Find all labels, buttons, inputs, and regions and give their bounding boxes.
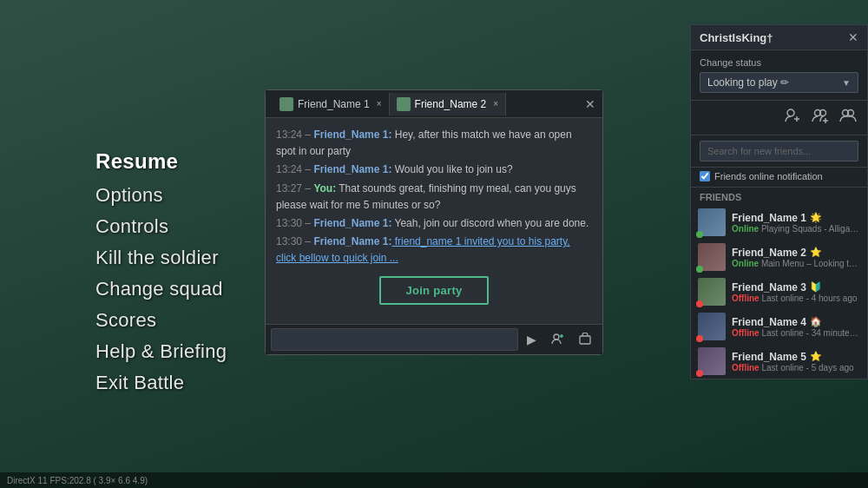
action-icons-row: [691, 101, 867, 135]
chat-message-5: 13:30 – Friend_Name 1: friend_name 1 inv…: [276, 234, 592, 267]
menu-item-controls[interactable]: Controls: [95, 214, 227, 240]
friend-name-4: Friend_Name 4: [732, 316, 806, 328]
chat-tab-1-avatar: [279, 97, 293, 111]
friend-item-3[interactable]: Friend_Name 3 🔰 Offline Last online - 4 …: [691, 274, 867, 309]
pause-menu: Resume Options Controls Kill the soldier…: [95, 148, 227, 396]
notification-label: Friends online notification: [714, 171, 823, 181]
friend-status-1: Online Playing Squads - Alligator Creek …: [732, 224, 860, 234]
friend-badge-2: ⭐: [810, 247, 822, 258]
chat-messages: 13:24 – Friend_Name 1: Hey, after this m…: [266, 118, 602, 324]
status-section: Change status Looking to play ✏ ▼: [691, 50, 867, 101]
friend-status-2: Online Main Menu – Looking to play: [732, 259, 860, 268]
friend-status-dot-4: [696, 335, 703, 342]
add-group-icon-button[interactable]: [810, 105, 831, 130]
friend-name-1: Friend_Name 1: [732, 212, 806, 224]
friend-badge-5: ⭐: [810, 351, 822, 362]
friend-status-5: Offline Last online - 5 days ago: [732, 363, 860, 373]
chat-window: Friend_Name 1 × Friend_Name 2 × ✕ 13:24 …: [265, 89, 603, 355]
friend-item-4[interactable]: Friend_Name 4 🏠 Offline Last online - 34…: [691, 309, 867, 344]
menu-item-kill-soldier[interactable]: Kill the soldier: [95, 245, 227, 271]
search-friends-section: [691, 135, 867, 168]
friend-status-4: Offline Last online - 34 minutes ago: [732, 328, 860, 338]
chat-message-2: 13:24 – Friend_Name 1: Would you like to…: [276, 162, 592, 178]
friend-info-2: Friend_Name 2 ⭐ Online Main Menu – Looki…: [732, 247, 860, 268]
chevron-down-icon: ▼: [842, 78, 851, 88]
status-bar-text: DirectX 11 FPS:202.8 ( 3.9× 6.6 4.9): [7, 476, 148, 485]
join-party-button[interactable]: Join party: [379, 276, 488, 305]
friend-name-2: Friend_Name 2: [732, 247, 806, 259]
notification-checkbox[interactable]: [700, 171, 710, 181]
friend-badge-4: 🏠: [810, 316, 822, 327]
friend-info-4: Friend_Name 4 🏠 Offline Last online - 34…: [732, 316, 860, 338]
friend-status-dot-5: [696, 370, 703, 377]
chat-message-input[interactable]: [271, 328, 518, 351]
notification-row: Friends online notification: [691, 168, 867, 188]
friend-info-3: Friend_Name 3 🔰 Offline Last online - 4 …: [732, 281, 860, 303]
friends-panel-title: ChristIsKing†: [700, 31, 773, 44]
friend-status-dot-3: [696, 300, 703, 307]
svg-rect-3: [580, 336, 590, 344]
friends-panel: ChristIsKing† ✕ Change status Looking to…: [690, 24, 868, 379]
chat-add-friend-button[interactable]: [545, 329, 569, 350]
friend-item-5[interactable]: Friend_Name 5 ⭐ Offline Last online - 5 …: [691, 344, 867, 379]
friends-panel-header: ChristIsKing† ✕: [691, 25, 867, 50]
svg-point-0: [554, 334, 559, 340]
friend-badge-3: 🔰: [810, 281, 822, 293]
friend-avatar-1: [698, 208, 726, 236]
friend-item-1[interactable]: Friend_Name 1 🌟 Online Playing Squads - …: [691, 205, 867, 240]
friend-status-3: Offline Last online - 4 hours ago: [732, 293, 860, 303]
chat-message-4: 13:30 – Friend_Name 1: Yeah, join our di…: [276, 215, 592, 232]
friends-section-label: Friends: [691, 188, 867, 205]
friend-name-5: Friend_Name 5: [732, 351, 806, 363]
friend-avatar-4: [698, 313, 726, 340]
status-dropdown[interactable]: Looking to play ✏ ▼: [700, 72, 858, 93]
friends-panel-close-button[interactable]: ✕: [848, 30, 858, 44]
group-icon-button[interactable]: [838, 105, 858, 130]
friend-item-2[interactable]: Friend_Name 2 ⭐ Online Main Menu – Looki…: [691, 240, 867, 274]
chat-message-3: 13:27 – You: That sounds great, finishin…: [276, 181, 592, 214]
chat-tab-2-label: Friend_Name 2: [415, 98, 487, 110]
svg-point-4: [787, 109, 794, 116]
menu-item-resume[interactable]: Resume: [95, 148, 227, 175]
friend-badge-1: 🌟: [810, 212, 822, 223]
friend-avatar-3: [698, 278, 726, 306]
chat-mute-button[interactable]: [573, 329, 597, 350]
chat-tab-2[interactable]: Friend_Name 2 ×: [390, 93, 507, 115]
chat-tab-1-close[interactable]: ×: [377, 99, 382, 109]
friend-name-3: Friend_Name 3: [732, 281, 806, 293]
chat-close-button[interactable]: ✕: [585, 98, 595, 110]
chat-input-area: ▶: [266, 324, 602, 354]
add-friend-icon-button[interactable]: [782, 105, 803, 130]
friend-info-1: Friend_Name 1 🌟 Online Playing Squads - …: [732, 212, 860, 234]
menu-item-options[interactable]: Options: [95, 182, 227, 208]
friend-avatar-5: [698, 347, 726, 375]
menu-item-help-briefing[interactable]: Help & Briefing: [95, 339, 227, 365]
chat-header: Friend_Name 1 × Friend_Name 2 × ✕: [266, 90, 602, 118]
chat-tab-1-label: Friend_Name 1: [298, 98, 370, 110]
chat-tab-2-avatar: [397, 97, 411, 111]
friend-status-dot-2: [696, 266, 703, 273]
menu-item-change-squad[interactable]: Change squad: [95, 276, 227, 302]
search-friends-input[interactable]: [700, 141, 858, 162]
friend-info-5: Friend_Name 5 ⭐ Offline Last online - 5 …: [732, 351, 860, 373]
status-bar: DirectX 11 FPS:202.8 ( 3.9× 6.6 4.9): [0, 472, 868, 488]
chat-send-button[interactable]: ▶: [522, 329, 542, 350]
friend-status-dot-1: [696, 231, 703, 238]
friend-avatar-2: [698, 243, 726, 271]
status-label: Change status: [700, 57, 858, 68]
chat-message-1: 13:24 – Friend_Name 1: Hey, after this m…: [276, 127, 592, 160]
status-dropdown-text: Looking to play ✏: [707, 76, 789, 89]
chat-tab-2-close[interactable]: ×: [493, 99, 498, 109]
menu-item-exit-battle[interactable]: Exit Battle: [95, 370, 227, 396]
chat-tab-1[interactable]: Friend_Name 1 ×: [273, 93, 390, 115]
menu-item-scores[interactable]: Scores: [95, 307, 227, 333]
